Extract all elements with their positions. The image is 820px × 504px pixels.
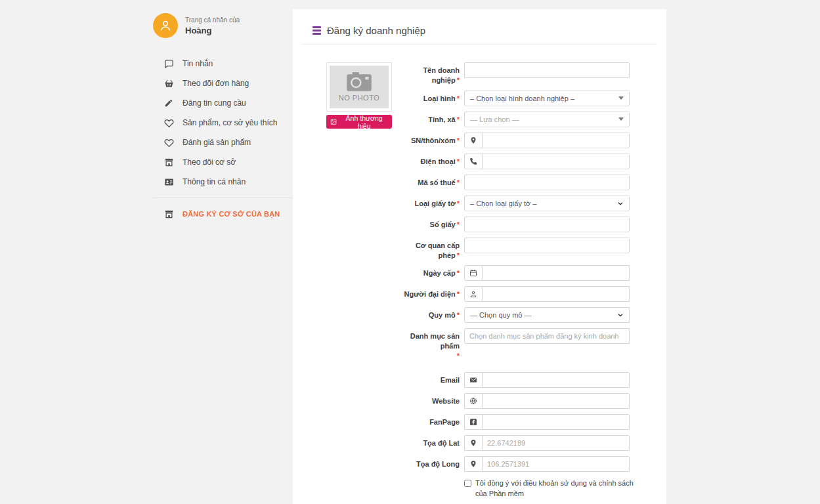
document-number-input[interactable] [464, 217, 630, 232]
required-asterisk: * [457, 311, 460, 319]
sidebar-item-label: Theo dõi cơ sở [183, 158, 236, 167]
profile-subtitle: Trang cá nhân của [185, 16, 240, 24]
selected-option: – Chọn loại giấy tờ – [470, 200, 536, 207]
sidebar-item-label: Đánh giá sản phẩm [183, 138, 251, 147]
form-row: Website [293, 393, 666, 409]
menu-icon[interactable] [313, 26, 321, 35]
form-row: Ngày cấp* [293, 265, 666, 281]
photo-placeholder-inner: NO PHOTO [330, 66, 389, 108]
avatar [153, 13, 178, 38]
field-label-text: SN/thôn/xóm [411, 136, 456, 144]
phone-input[interactable] [483, 154, 629, 169]
document-type-select[interactable]: – Chọn loại giấy tờ – [464, 196, 630, 211]
latitude-input[interactable] [483, 436, 629, 450]
store-icon [163, 157, 174, 167]
field-label: Email [293, 372, 460, 388]
selected-option: — Chọn quy mô — [470, 311, 532, 319]
issue-date-input[interactable] [483, 266, 629, 280]
sidebar-item-personal-info[interactable]: Thông tin cá nhân [153, 172, 293, 192]
sidebar-item-post-supply-demand[interactable]: Đăng tin cung cầu [153, 93, 293, 113]
form-row: FanPage [293, 414, 666, 430]
profile-name: Hoàng [185, 26, 240, 35]
field-label: Người đại diện* [293, 286, 460, 302]
street-address-input[interactable] [483, 133, 629, 148]
field-label-text: Điện thoại [421, 158, 456, 165]
field-label-text: Website [432, 397, 460, 405]
sidebar-item-product-reviews[interactable]: Đánh giá sản phẩm [153, 133, 293, 152]
main-card: Đăng ký doanh nghiệp NO PHOTO [293, 9, 666, 504]
email-input[interactable] [483, 373, 629, 387]
form-row: Loại giấy tờ* – Chọn loại giấy tờ – [293, 196, 666, 211]
tax-code-input[interactable] [464, 175, 630, 190]
field-label-text: Người đại diện [404, 290, 456, 298]
map-pin-icon [465, 133, 483, 148]
chat-icon [163, 58, 174, 69]
form-row: Danh mục sản phẩm* [293, 328, 666, 361]
form-row: Tọa độ Long [293, 456, 666, 472]
sidebar-item-label: Sản phẩm, cơ sở yêu thích [183, 118, 277, 127]
sidebar-item-messages[interactable]: Tin nhắn [153, 54, 293, 74]
terms-agreement-row: Tôi đồng ý với điều khoản sử dụng và chí… [464, 478, 636, 499]
brand-photo-block: NO PHOTO Ảnh thương hiệu [326, 62, 392, 129]
licensing-agency-input[interactable] [464, 238, 630, 253]
sidebar-item-register-business[interactable]: ĐĂNG KÝ CƠ SỞ CỦA BẠN [153, 204, 293, 224]
globe-icon [465, 394, 483, 408]
field-label-text: Tọa độ Long [416, 460, 460, 468]
page-layout: Trang cá nhân của Hoàng Tin nhắn Theo dõ… [0, 0, 820, 504]
dropdown-arrow-icon [618, 117, 624, 121]
profile-block: Trang cá nhân của Hoàng [153, 13, 293, 38]
field-label-text: Mã số thuế [418, 178, 455, 186]
field-label: Ngày cấp* [293, 265, 460, 281]
required-asterisk: * [457, 290, 460, 298]
field-label-text: Danh mục sản phẩm [410, 332, 460, 350]
required-asterisk: * [457, 158, 460, 165]
facebook-icon [465, 415, 483, 429]
business-register-form: NO PHOTO Ảnh thương hiệu Tên doanh nghiệ… [293, 45, 666, 504]
field-label: SN/thôn/xóm* [293, 133, 460, 148]
province-select[interactable]: — Lựa chọn — [464, 112, 630, 127]
field-label: Điện thoại* [293, 154, 460, 169]
sidebar-item-favorites[interactable]: Sản phẩm, cơ sở yêu thích [153, 113, 293, 133]
field-label-text: FanPage [429, 418, 460, 426]
form-row: Quy mô* — Chọn quy mô — [293, 307, 666, 323]
representative-input[interactable] [483, 287, 629, 301]
envelope-icon [465, 373, 483, 387]
field-label: Quy mô* [293, 307, 460, 323]
scale-select[interactable]: — Chọn quy mô — [464, 307, 630, 323]
field-label-text: Loại giấy tờ [415, 200, 456, 207]
fanpage-input[interactable] [483, 415, 629, 429]
required-asterisk: * [457, 220, 460, 228]
heart-icon [163, 117, 174, 128]
product-category-input[interactable] [464, 328, 630, 344]
required-asterisk: * [457, 251, 460, 259]
brand-photo-button-label: Ảnh thương hiệu [340, 114, 388, 130]
no-photo-label: NO PHOTO [339, 94, 379, 102]
page-title: Đăng ký doanh nghiệp [327, 25, 425, 36]
required-asterisk: * [457, 269, 460, 277]
store-icon [163, 209, 174, 219]
required-asterisk: * [457, 136, 460, 144]
sidebar-item-follow-stores[interactable]: Theo dõi cơ sở [153, 152, 293, 172]
terms-checkbox[interactable] [464, 480, 471, 487]
sidebar-item-label: Theo dõi đơn hàng [183, 79, 249, 88]
required-asterisk: * [457, 94, 460, 102]
chevron-down-icon [617, 200, 624, 207]
longitude-input[interactable] [483, 457, 629, 471]
selected-option: — Lựa chọn — [470, 116, 519, 123]
required-asterisk: * [457, 76, 460, 84]
form-row: Điện thoại* [293, 154, 666, 169]
field-label-text: Email [441, 376, 460, 384]
website-input[interactable] [483, 394, 629, 408]
business-type-select[interactable]: – Chọn loại hình doanh nghiệp – [464, 91, 630, 106]
basket-icon [163, 78, 174, 89]
brand-photo-button[interactable]: Ảnh thương hiệu [326, 115, 392, 129]
field-label-text: Tọa độ Lat [423, 439, 460, 447]
field-label: Tọa độ Lat [293, 435, 460, 451]
field-label: Website [293, 393, 460, 409]
field-label: Cơ quan cấp phép* [293, 238, 460, 261]
sidebar-item-orders[interactable]: Theo dõi đơn hàng [153, 74, 293, 93]
company-name-input[interactable] [464, 62, 630, 78]
field-label-text: Quy mô [429, 311, 456, 319]
dropdown-arrow-icon [618, 96, 624, 100]
card-header: Đăng ký doanh nghiệp [302, 9, 657, 45]
